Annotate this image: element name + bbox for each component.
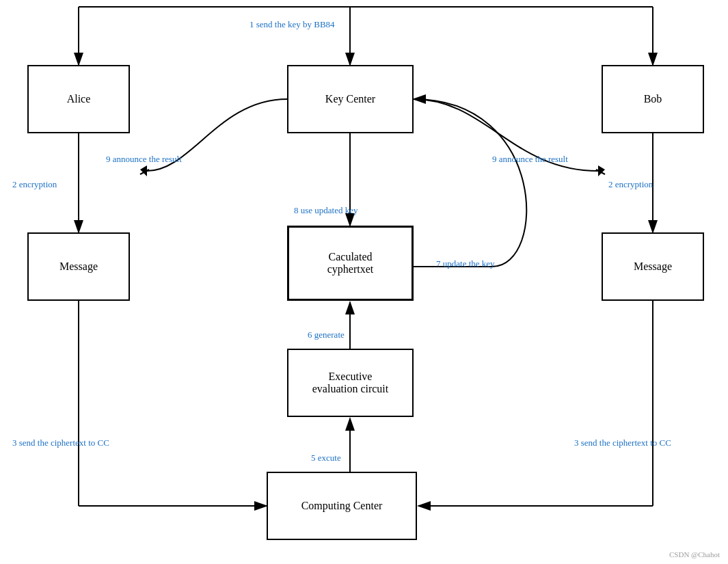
executive-label: Executive evaluation circuit	[312, 371, 389, 395]
message-bob-box: Message	[602, 232, 704, 301]
label-announce-alice: 9 announce the result	[106, 154, 182, 165]
label-send-ciphertext-alice: 3 send the ciphertext to CC	[12, 438, 109, 448]
svg-line-14	[140, 170, 149, 174]
label-excute: 5 excute	[311, 453, 341, 464]
executive-box: Executive evaluation circuit	[287, 349, 414, 417]
bob-label: Bob	[644, 93, 662, 105]
watermark: CSDN @Chahot	[669, 550, 720, 559]
label-update-key: 7 update the key	[436, 258, 495, 269]
key-center-box: Key Center	[287, 65, 414, 133]
label-generate: 6 generate	[308, 330, 345, 340]
alice-label: Alice	[67, 93, 91, 105]
label-use-updated-key: 8 use updated key	[294, 205, 358, 216]
alice-box: Alice	[27, 65, 130, 133]
svg-line-15	[596, 170, 605, 174]
message-alice-label: Message	[59, 260, 98, 273]
message-alice-box: Message	[27, 232, 130, 301]
svg-marker-18	[598, 165, 605, 176]
label-encryption-alice: 2 encryption	[12, 179, 57, 190]
label-send-ciphertext-bob: 3 send the ciphertext to CC	[574, 438, 671, 448]
label-announce-bob: 9 announce the result	[492, 154, 568, 165]
caculated-box: Caculated cyphertxet	[287, 226, 414, 301]
svg-marker-17	[140, 165, 147, 176]
computing-center-box: Computing Center	[267, 472, 417, 540]
label-send-key-bb84: 1 send the key by BB84	[250, 19, 335, 30]
message-bob-label: Message	[634, 260, 672, 273]
caculated-label: Caculated cyphertxet	[327, 251, 374, 276]
bob-box: Bob	[602, 65, 704, 133]
diagram-container: Alice Key Center Bob Message Caculated c…	[0, 0, 728, 564]
computing-center-label: Computing Center	[301, 500, 383, 512]
label-encryption-bob: 2 encryption	[608, 179, 653, 190]
key-center-label: Key Center	[325, 93, 375, 105]
